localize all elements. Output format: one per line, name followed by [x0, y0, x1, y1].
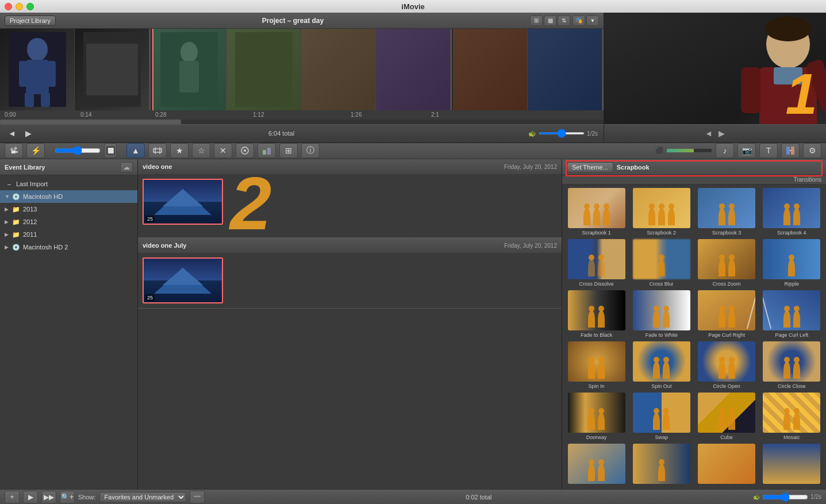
clip-mountain-2 — [154, 268, 212, 294]
rate-reject[interactable]: ✕ — [214, 143, 232, 158]
play-event-btn[interactable]: ▶ — [23, 491, 38, 503]
play-button[interactable]: ▶ — [22, 127, 34, 140]
project-timeline: Project Library Project – great day ⊞ ▦ … — [0, 13, 604, 143]
film-frame-2[interactable] — [75, 29, 149, 110]
transition-circle-open[interactable]: Circle Open — [695, 340, 759, 390]
timeline-strip[interactable] — [0, 29, 604, 110]
film-frame-8[interactable] — [528, 29, 602, 110]
rate-unrate[interactable]: ☆ — [192, 143, 210, 158]
preview-rewind[interactable]: ◄ — [702, 127, 715, 140]
clip-size-slider[interactable] — [55, 146, 101, 155]
film-segment-3 — [453, 29, 604, 110]
film-frame-7[interactable] — [453, 29, 528, 110]
film-frame-3[interactable] — [152, 29, 226, 110]
transition-fade-black[interactable]: Fade to Black — [564, 289, 628, 339]
transition-scrapbook3[interactable]: Scrapbook 3 — [695, 187, 759, 237]
minimize-button[interactable] — [16, 3, 23, 10]
transition-fade-white[interactable]: Fade to White — [629, 289, 693, 339]
bottom-total: 0:02 total — [208, 494, 750, 501]
keyword-tool[interactable] — [236, 143, 254, 158]
crop-tool[interactable]: ⊞ — [279, 143, 298, 158]
speed-slider[interactable] — [539, 132, 585, 134]
source-view-btn[interactable]: 📽 — [5, 143, 23, 158]
sidebar-item-2012[interactable]: ▶ 📁 2012 — [0, 216, 137, 228]
transition-circle-close[interactable]: Circle Close — [760, 340, 824, 390]
action-btn[interactable]: ⚡ — [26, 143, 45, 158]
transition-page-curl-l[interactable]: Page Curl Left — [760, 289, 824, 339]
transition-more1[interactable] — [564, 443, 628, 487]
timecode-28: 0:28 — [155, 111, 166, 118]
sidebar-item-macintosh-hd2[interactable]: ▶ 💿 Macintosh HD 2 — [0, 241, 137, 253]
close-button[interactable] — [5, 3, 12, 10]
clip-size-small[interactable]: 🔲 — [104, 143, 117, 158]
play-full-btn[interactable]: ▶▶ — [41, 491, 56, 503]
project-library-button[interactable]: Project Library — [5, 16, 56, 26]
film-frame-4[interactable] — [226, 29, 301, 110]
transition-more2[interactable] — [629, 443, 693, 487]
transition-scrapbook1[interactable]: Scrapbook 1 — [564, 187, 628, 237]
transition-cross-dissolve[interactable]: Cross Dissolve — [564, 238, 628, 288]
transition-more3[interactable] — [695, 443, 759, 487]
transition-mosaic[interactable]: Mosaic — [760, 391, 824, 441]
maximize-button[interactable] — [26, 3, 34, 10]
transition-scrapbook4[interactable]: Scrapbook 4 — [760, 187, 824, 237]
person-sil-11 — [588, 259, 595, 276]
person-sil-19 — [653, 310, 660, 328]
preview-play[interactable]: ▶ — [715, 127, 728, 140]
swap-audio-btn[interactable]: ⇅ — [558, 16, 570, 26]
music-btn[interactable]: ♪ — [716, 143, 734, 158]
titles-btn[interactable]: T — [759, 143, 778, 158]
volume-bar: ⬛ — [655, 147, 712, 155]
transition-scrapbook2[interactable]: Scrapbook 2 — [629, 187, 693, 237]
waveform-btn[interactable]: 〰 — [190, 491, 205, 503]
film-frame-1[interactable] — [0, 29, 75, 110]
transitions-panel: Set Theme... Scrapbook Transitions — [562, 159, 826, 489]
photo-btn[interactable]: 📷 — [737, 143, 756, 158]
person-sil-8 — [728, 208, 735, 225]
cursor-tool[interactable]: ▲ — [126, 143, 145, 158]
maps-btn[interactable]: ⚙ — [803, 143, 821, 158]
color-balance-tool[interactable] — [258, 143, 276, 158]
sidebar-item-2013[interactable]: ▶ 📁 2013 — [0, 203, 137, 216]
rate-favorite[interactable]: ★ — [170, 143, 189, 158]
transition-cross-zoom[interactable]: Cross Zoom — [695, 238, 759, 288]
drive-icon: 💿 — [11, 192, 21, 201]
person-sil-21 — [719, 310, 725, 328]
add-to-project-btn[interactable]: + — [5, 491, 20, 503]
range-select-tool[interactable] — [148, 143, 167, 158]
timeline-view-btn[interactable]: ⊞ — [530, 16, 543, 26]
show-select[interactable]: Favorites and Unmarked All Clips Favorit… — [99, 492, 186, 502]
film-frame-5[interactable] — [301, 29, 376, 110]
transition-spin-in[interactable]: Spin In — [564, 340, 628, 390]
transition-ripple[interactable]: Ripple — [760, 238, 824, 288]
film-frame-6[interactable] — [376, 29, 451, 110]
theme-btn[interactable]: 🎭 — [573, 16, 585, 26]
info-tool[interactable]: ⓘ — [301, 143, 320, 158]
person-sil-9 — [783, 208, 790, 225]
timeline-scroll[interactable] — [0, 120, 604, 124]
sidebar-item-last-import[interactable]: – Last Import — [0, 178, 137, 190]
transitions-btn[interactable] — [781, 143, 800, 158]
transition-more4[interactable] — [760, 443, 824, 487]
filmstrip-view-btn[interactable]: ▦ — [544, 16, 556, 26]
film-segment-2 — [152, 29, 452, 110]
transition-swap[interactable]: Swap — [629, 391, 693, 441]
zoom-in-btn[interactable]: 🔍+ — [60, 491, 75, 503]
transition-cross-blur[interactable]: Cross Blur — [629, 238, 693, 288]
clip-thumb-1[interactable]: 25 — [143, 179, 223, 225]
sidebar-item-macintosh-hd[interactable]: ▼ 💿 Macintosh HD — [0, 190, 137, 203]
event-clips-row-1: 25 2 — [138, 174, 562, 237]
transition-thumb-circle-close — [763, 341, 820, 382]
transition-page-curl-r[interactable]: Page Curl Right — [695, 289, 759, 339]
transition-btn[interactable]: ▼ — [586, 16, 599, 26]
transition-spin-out[interactable]: Spin Out — [629, 340, 693, 390]
bottom-speed-slider[interactable] — [762, 493, 808, 502]
sidebar-item-2011[interactable]: ▶ 📁 2011 — [0, 228, 137, 241]
clip-thumb-2[interactable]: 25 — [143, 257, 223, 303]
set-theme-button[interactable]: Set Theme... — [567, 162, 613, 172]
cloud-button[interactable]: ☁ — [120, 162, 133, 172]
transition-doorway[interactable]: Doorway — [564, 391, 628, 441]
bottom-bar: + ▶ ▶▶ 🔍+ Show: Favorites and Unmarked A… — [0, 489, 826, 504]
transition-cube[interactable]: Cube — [695, 391, 759, 441]
rewind-button[interactable]: ◄ — [6, 127, 18, 140]
